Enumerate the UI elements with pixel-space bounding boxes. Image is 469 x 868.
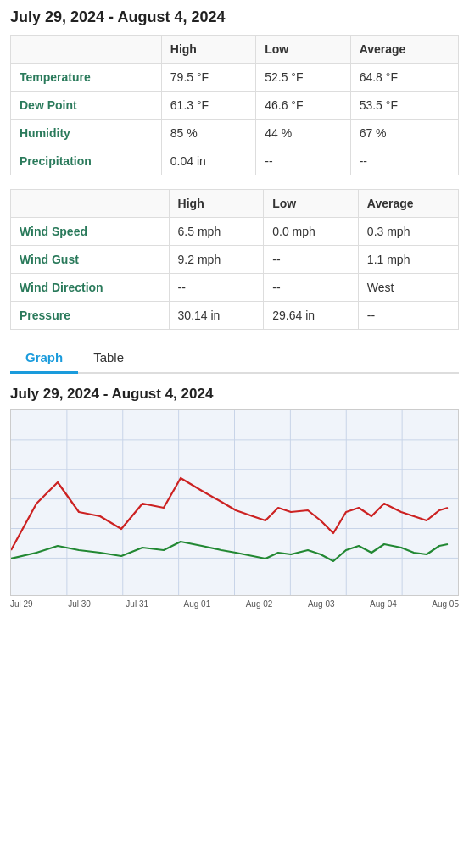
cell-avg: West <box>358 274 458 302</box>
x-label-aug02: Aug 02 <box>246 599 273 609</box>
row-label: Precipitation <box>11 147 162 175</box>
cell-high: 6.5 mph <box>169 218 264 246</box>
row-label: Wind Direction <box>11 274 170 302</box>
chart-title: July 29, 2024 - August 4, 2024 <box>10 386 459 403</box>
row-label: Dew Point <box>11 92 162 120</box>
cell-low: 44 % <box>256 120 350 147</box>
cell-low: -- <box>264 274 359 302</box>
dewpoint-line <box>11 410 458 595</box>
x-label-aug05: Aug 05 <box>432 599 459 609</box>
row-label: Wind Gust <box>11 246 170 274</box>
table-row: Dew Point 61.3 °F 46.6 °F 53.5 °F <box>11 92 459 120</box>
cell-low: -- <box>256 147 350 175</box>
tab-graph[interactable]: Graph <box>10 343 78 374</box>
col-header-empty-1 <box>11 36 162 64</box>
table-row: Humidity 85 % 44 % 67 % <box>11 120 459 147</box>
cell-avg: 67 % <box>350 120 458 147</box>
row-label: Pressure <box>11 302 170 330</box>
col-header-high-1: High <box>161 36 255 64</box>
col-header-avg-2: Average <box>358 190 458 218</box>
cell-low: 46.6 °F <box>256 92 350 120</box>
col-header-empty-2 <box>11 190 170 218</box>
cell-low: 0.0 mph <box>264 218 359 246</box>
weather-table-1: High Low Average Temperature 79.5 °F 52.… <box>10 35 459 175</box>
cell-high: 61.3 °F <box>161 92 255 120</box>
col-header-low-1: Low <box>256 36 350 64</box>
row-label: Humidity <box>11 120 162 147</box>
x-label-aug01: Aug 01 <box>184 599 211 609</box>
x-label-aug03: Aug 03 <box>308 599 335 609</box>
chart-area <box>10 409 459 596</box>
cell-avg: 1.1 mph <box>358 246 458 274</box>
cell-avg: 0.3 mph <box>358 218 458 246</box>
table-row: Wind Speed 6.5 mph 0.0 mph 0.3 mph <box>11 218 459 246</box>
row-label: Wind Speed <box>11 218 170 246</box>
cell-avg: -- <box>350 147 458 175</box>
cell-high: 9.2 mph <box>169 246 264 274</box>
row-label: Temperature <box>11 64 162 92</box>
cell-high: 85 % <box>161 120 255 147</box>
table-row: Pressure 30.14 in 29.64 in -- <box>11 302 459 330</box>
weather-table-2: High Low Average Wind Speed 6.5 mph 0.0 … <box>10 189 459 330</box>
tabs-bar: Graph Table <box>10 343 459 374</box>
cell-low: 29.64 in <box>264 302 359 330</box>
table-row: Wind Gust 9.2 mph -- 1.1 mph <box>11 246 459 274</box>
cell-high: -- <box>169 274 264 302</box>
cell-avg: 53.5 °F <box>350 92 458 120</box>
cell-high: 0.04 in <box>161 147 255 175</box>
cell-high: 79.5 °F <box>161 64 255 92</box>
x-label-jul29: Jul 29 <box>10 599 33 609</box>
table-row: Precipitation 0.04 in -- -- <box>11 147 459 175</box>
col-header-high-2: High <box>169 190 264 218</box>
tab-table[interactable]: Table <box>78 343 139 374</box>
cell-high: 30.14 in <box>169 302 264 330</box>
cell-low: 52.5 °F <box>256 64 350 92</box>
cell-avg: 64.8 °F <box>350 64 458 92</box>
chart-section: July 29, 2024 - August 4, 2024 75 70 65 … <box>10 386 459 613</box>
x-label-jul30: Jul 30 <box>68 599 91 609</box>
col-header-low-2: Low <box>264 190 359 218</box>
x-axis-labels: Jul 29 Jul 30 Jul 31 Aug 01 Aug 02 Aug 0… <box>10 599 459 609</box>
cell-avg: -- <box>358 302 458 330</box>
table-row: Temperature 79.5 °F 52.5 °F 64.8 °F <box>11 64 459 92</box>
col-header-avg-1: Average <box>350 36 458 64</box>
x-label-jul31: Jul 31 <box>126 599 148 609</box>
cell-low: -- <box>264 246 359 274</box>
page-title: July 29, 2024 - August 4, 2024 <box>10 8 459 26</box>
table-row: Wind Direction -- -- West <box>11 274 459 302</box>
x-label-aug04: Aug 04 <box>370 599 397 609</box>
